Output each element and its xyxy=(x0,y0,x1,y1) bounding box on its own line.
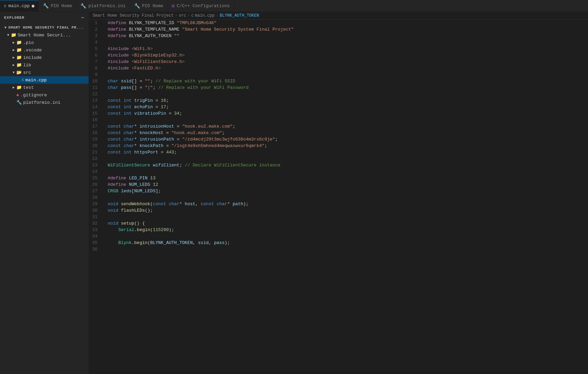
line-number-18: 18 xyxy=(89,130,101,136)
sidebar-item-gitignore[interactable]: ▶ ◆ .gitignore xyxy=(0,91,89,99)
pio-icon-1: 🔧 xyxy=(43,3,49,9)
sidebar-item-lib[interactable]: ▶ 📁 lib xyxy=(0,61,89,69)
token: ; xyxy=(275,136,278,143)
token: * xyxy=(134,130,140,136)
breadcrumb-part-1: Smart Home Security Final Project xyxy=(93,13,174,18)
line-number-15: 15 xyxy=(89,110,101,117)
code-line-14: const int echoPin = 17; xyxy=(108,104,588,110)
sidebar-item-test-label: test xyxy=(23,85,89,90)
token: int xyxy=(124,104,131,110)
tab-pio-home-1[interactable]: 🔧 PIO Home xyxy=(39,0,76,12)
token: ; xyxy=(166,104,169,110)
sidebar-header: EXPLORER ⋯ xyxy=(0,12,89,23)
code-line-12 xyxy=(108,91,588,97)
token: intrusionPath xyxy=(140,136,174,143)
code-line-16 xyxy=(108,117,588,123)
token: * xyxy=(134,123,140,130)
token: const xyxy=(108,130,121,136)
code-editor[interactable]: 1234567891011121314151617181920212223242… xyxy=(89,20,588,374)
tab-main-cpp[interactable]: C main.cpp xyxy=(0,0,39,12)
new-file-icon[interactable]: ⋯ xyxy=(81,15,84,20)
sidebar-item-platformio-ini[interactable]: ▶ 🔧 platformio.ini xyxy=(0,99,89,106)
token: ( xyxy=(150,201,153,207)
sidebar-item-main-cpp[interactable]: ▶ C main.cpp xyxy=(0,76,89,84)
token: . xyxy=(131,240,134,246)
token: BLYNK_AUTH_TOKEN xyxy=(150,240,193,246)
sidebar-item-include[interactable]: ▶ 📁 include xyxy=(0,54,89,61)
code-line-33: Serial.begin(115200); xyxy=(108,227,588,233)
token xyxy=(121,130,124,136)
project-folder-icon: 📁 xyxy=(11,32,16,38)
token: 34 xyxy=(174,110,180,117)
token: host xyxy=(185,201,195,207)
tab-cpp-config[interactable]: ⚙ C/C++ Configurations xyxy=(168,0,234,12)
code-line-28 xyxy=(108,194,588,201)
token: int xyxy=(124,149,131,156)
sidebar-item-src[interactable]: ▼ 📂 src xyxy=(0,69,89,76)
breadcrumb-sep-3: › xyxy=(216,13,218,18)
token: char xyxy=(124,130,134,136)
token: , xyxy=(193,240,198,246)
code-line-24 xyxy=(108,168,588,175)
vscode-folder-icon: 📁 xyxy=(16,47,22,53)
token: const xyxy=(108,143,121,149)
sidebar-item-project[interactable]: ▼ 📁 Smart Home Securi... xyxy=(0,31,89,39)
code-line-13: const int trigPin = 16; xyxy=(108,97,588,104)
token: // Declare WiFiClientSecure instance xyxy=(185,162,280,168)
sidebar-item-lib-label: lib xyxy=(23,63,89,68)
token: "TMPL6KJBMnG4K" xyxy=(177,20,217,26)
line-number-19: 19 xyxy=(89,136,101,143)
tab-platformio-ini[interactable]: 🔧 platformio.ini xyxy=(76,0,130,12)
modified-dot xyxy=(32,5,34,7)
token: trigPin xyxy=(134,97,153,104)
token: < xyxy=(131,59,134,65)
token: ; xyxy=(222,130,225,136)
token: const xyxy=(108,123,121,130)
token xyxy=(121,149,124,156)
token: char xyxy=(169,201,180,207)
editor-area: Smart Home Security Final Project › src … xyxy=(89,12,588,374)
token xyxy=(129,65,131,71)
sidebar-item-pio[interactable]: ▶ 📁 .pio xyxy=(0,39,89,46)
test-folder-icon: 📁 xyxy=(16,85,22,90)
sidebar-item-platformio-ini-label: platformio.ini xyxy=(23,100,89,105)
token: knockHost xyxy=(140,130,164,136)
token xyxy=(118,78,121,84)
sidebar-tree: ▼ SMART HOME SECURITY FINAL PR... ▼ 📁 Sm… xyxy=(0,23,89,374)
code-content[interactable]: #define BLYNK_TEMPLATE_ID "TMPL6KJBMnG4K… xyxy=(105,20,588,374)
token: , xyxy=(196,201,201,207)
sidebar-item-root[interactable]: ▼ SMART HOME SECURITY FINAL PR... xyxy=(0,24,89,31)
vscode-arrow: ▶ xyxy=(11,47,16,53)
token: ssid xyxy=(121,78,131,84)
token: "|" xyxy=(145,84,153,91)
cpp-file-icon: C xyxy=(22,78,24,82)
token: char xyxy=(124,143,134,149)
line-number-10: 10 xyxy=(89,78,101,84)
token: char xyxy=(108,78,118,84)
token xyxy=(129,59,131,65)
token xyxy=(150,181,153,188)
sidebar-item-test[interactable]: ▶ 📁 test xyxy=(0,84,89,91)
code-line-25: #define LED_PIN 13 xyxy=(108,175,588,181)
token: Serial xyxy=(118,227,134,233)
token: * xyxy=(227,201,233,207)
token xyxy=(121,123,124,130)
line-number-1: 1 xyxy=(89,20,101,26)
line-number-4: 4 xyxy=(89,39,101,46)
tab-pio-home-2[interactable]: 🔧 PIO Home xyxy=(130,0,168,12)
code-line-26: #define NUM_LEDS 12 xyxy=(108,181,588,188)
line-number-23: 23 xyxy=(89,162,101,168)
token xyxy=(150,162,153,168)
token: int xyxy=(124,97,131,104)
line-number-7: 7 xyxy=(89,59,101,65)
token: WiFiClientSecure xyxy=(108,162,150,168)
line-number-14: 14 xyxy=(89,104,101,110)
token: char xyxy=(124,136,134,143)
line-number-31: 31 xyxy=(89,214,101,220)
token: ssid xyxy=(198,240,208,246)
token: #define xyxy=(108,33,126,39)
token: FastLED.h xyxy=(134,65,158,71)
sidebar-item-vscode[interactable]: ▶ 📁 .vscode xyxy=(0,46,89,54)
token xyxy=(108,240,118,246)
token xyxy=(121,97,124,104)
